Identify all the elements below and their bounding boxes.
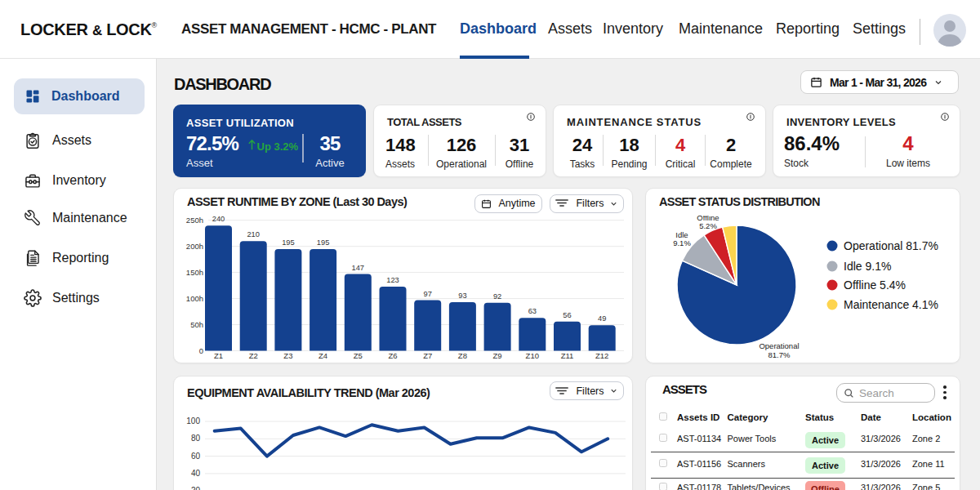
- svg-text:123: 123: [386, 276, 399, 284]
- svg-text:Maintenance 4.1%: Maintenance 4.1%: [844, 298, 938, 311]
- svg-text:9.1%: 9.1%: [673, 238, 691, 247]
- svg-text:97: 97: [424, 290, 432, 298]
- svg-text:147: 147: [352, 264, 365, 272]
- svg-text:Z4: Z4: [318, 351, 327, 360]
- svg-text:20: 20: [191, 486, 201, 490]
- svg-text:Z2: Z2: [249, 351, 258, 360]
- svg-text:Operational: Operational: [759, 341, 799, 350]
- svg-text:Z3: Z3: [283, 351, 292, 360]
- svg-text:50h: 50h: [190, 320, 203, 329]
- svg-text:Z7: Z7: [423, 351, 432, 360]
- svg-text:240: 240: [212, 215, 225, 223]
- svg-text:250h: 250h: [186, 216, 203, 225]
- svg-text:63: 63: [528, 307, 537, 315]
- svg-text:80: 80: [191, 434, 201, 443]
- svg-text:Z6: Z6: [388, 351, 397, 360]
- svg-text:Operational 81.7%: Operational 81.7%: [844, 239, 938, 252]
- svg-text:195: 195: [282, 238, 295, 247]
- svg-text:Idle 9.1%: Idle 9.1%: [844, 260, 891, 273]
- svg-text:100h: 100h: [186, 294, 203, 303]
- svg-text:5.2%: 5.2%: [699, 221, 717, 230]
- svg-text:40: 40: [191, 469, 201, 478]
- svg-text:195: 195: [317, 238, 330, 247]
- svg-text:93: 93: [458, 292, 466, 300]
- svg-text:150h: 150h: [186, 268, 203, 277]
- svg-text:56: 56: [563, 311, 571, 319]
- svg-text:81.7%: 81.7%: [768, 350, 791, 359]
- svg-text:Offline 5.4%: Offline 5.4%: [844, 278, 906, 292]
- svg-text:49: 49: [598, 314, 606, 323]
- svg-text:92: 92: [493, 292, 501, 301]
- svg-text:60: 60: [191, 452, 201, 461]
- svg-text:Z5: Z5: [354, 351, 363, 360]
- svg-text:0: 0: [199, 346, 203, 355]
- svg-text:200h: 200h: [186, 242, 203, 251]
- svg-text:Z1: Z1: [214, 351, 223, 360]
- svg-text:Z8: Z8: [458, 351, 467, 360]
- svg-text:Z9: Z9: [493, 351, 502, 360]
- svg-text:210: 210: [247, 230, 260, 238]
- svg-text:Z12: Z12: [595, 351, 608, 360]
- svg-text:Z11: Z11: [561, 351, 574, 360]
- svg-text:Z10: Z10: [526, 351, 539, 360]
- svg-text:100: 100: [186, 416, 200, 425]
